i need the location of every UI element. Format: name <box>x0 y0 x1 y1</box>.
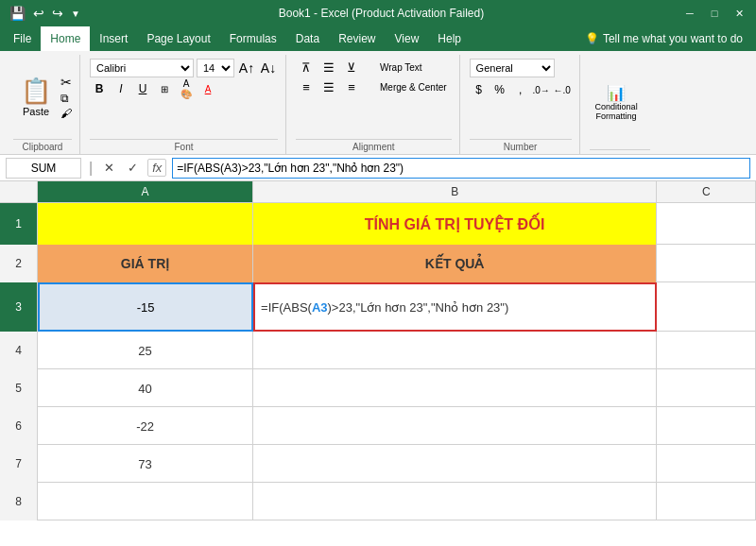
row-num-4[interactable]: 4 <box>0 332 38 369</box>
row-num-1[interactable]: 1 <box>0 203 38 245</box>
row-num-5[interactable]: 5 <box>0 369 38 407</box>
col-header-b[interactable]: B <box>253 181 657 202</box>
cell-c4[interactable] <box>657 332 756 369</box>
underline-button[interactable]: U <box>133 79 152 98</box>
row-num-3[interactable]: 3 <box>0 282 38 332</box>
cell-b2[interactable]: KẾT QUẢ <box>253 245 657 282</box>
row-num-2[interactable]: 2 <box>0 245 38 282</box>
align-left-button[interactable]: ≡ <box>296 78 317 95</box>
cell-a5[interactable]: 40 <box>38 369 253 407</box>
align-center-button[interactable]: ☰ <box>318 78 339 95</box>
cell-c1[interactable] <box>657 203 756 245</box>
confirm-formula-icon[interactable]: ✓ <box>124 159 142 177</box>
menu-help[interactable]: Help <box>428 26 471 51</box>
col-a-header-text: GIÁ TRỊ <box>121 256 169 271</box>
wrap-text-button[interactable]: Wrap Text <box>375 59 427 76</box>
row-num-7[interactable]: 7 <box>0 445 38 483</box>
maximize-button[interactable]: □ <box>705 4 724 23</box>
font-size-select[interactable]: 14 <box>197 59 234 77</box>
increase-font-button[interactable]: A↑ <box>237 59 256 77</box>
menu-file[interactable]: File <box>4 26 41 51</box>
cell-a8[interactable] <box>38 483 253 520</box>
conditional-formatting-button[interactable]: 📊 ConditionalFormatting <box>590 81 644 124</box>
menu-formulas[interactable]: Formulas <box>220 26 286 51</box>
copy-button[interactable]: ⧉ <box>60 92 72 105</box>
dropdown-icon[interactable]: ▼ <box>69 7 82 21</box>
align-right-button[interactable]: ≡ <box>341 78 362 95</box>
undo-icon[interactable]: ↩ <box>31 4 46 23</box>
cell-b7[interactable] <box>253 445 657 483</box>
paste-button[interactable]: 📋 Paste <box>13 75 59 119</box>
formula-bar: | ✕ ✓ fx <box>0 155 756 181</box>
align-top-button[interactable]: ⊼ <box>296 59 317 76</box>
font-controls: Calibri 14 A↑ A↓ B I U ⊞ A🎨 A <box>90 55 278 102</box>
col-header-a[interactable]: A <box>38 181 253 202</box>
cell-b5[interactable] <box>253 369 657 407</box>
formula-input[interactable] <box>172 158 750 179</box>
decrease-font-button[interactable]: A↓ <box>259 59 278 77</box>
menu-review[interactable]: Review <box>329 26 385 51</box>
col-header-c[interactable]: C <box>657 181 756 202</box>
table-row: 8 <box>0 483 756 520</box>
number-format-select[interactable]: General <box>470 59 555 77</box>
currency-button[interactable]: $ <box>470 80 489 99</box>
cell-c2[interactable] <box>657 245 756 282</box>
sheet-body: 1 TÍNH GIÁ TRỊ TUYỆT ĐỐI 2 GIÁ TRỊ KẾT Q… <box>0 203 756 520</box>
comma-button[interactable]: , <box>511 80 530 99</box>
menu-home[interactable]: Home <box>41 26 90 51</box>
cell-c6[interactable] <box>657 407 756 445</box>
close-button[interactable]: ✕ <box>730 4 748 23</box>
font-label: Font <box>90 139 278 154</box>
percent-button[interactable]: % <box>490 80 509 99</box>
ribbon-content: 📋 Paste ✂ ⧉ 🖌 Clipboard Calibri <box>0 51 756 154</box>
menu-data[interactable]: Data <box>286 26 329 51</box>
cell-a7[interactable]: 73 <box>38 445 253 483</box>
increase-decimal-button[interactable]: .0→ <box>532 80 551 99</box>
styles-label <box>590 149 650 154</box>
table-row: 4 25 <box>0 332 756 369</box>
formula-divider: | <box>87 160 94 177</box>
cell-b1-merged[interactable]: TÍNH GIÁ TRỊ TUYỆT ĐỐI <box>253 203 657 245</box>
minimize-button[interactable]: ─ <box>680 4 699 23</box>
bold-button[interactable]: B <box>90 79 109 98</box>
cell-a3[interactable]: -15 <box>38 282 253 332</box>
cell-b3[interactable]: =IF(ABS(A3)>23,"Lớn hơn 23","Nhỏ hơn 23"… <box>253 282 657 332</box>
cell-c7[interactable] <box>657 445 756 483</box>
cancel-formula-icon[interactable]: ✕ <box>100 159 118 177</box>
cell-c5[interactable] <box>657 369 756 407</box>
title-bar-left: 💾 ↩ ↪ ▼ <box>8 4 82 23</box>
save-icon[interactable]: 💾 <box>8 4 27 23</box>
cell-b4[interactable] <box>253 332 657 369</box>
format-painter-button[interactable]: 🖌 <box>60 107 72 120</box>
cell-b8[interactable] <box>253 483 657 520</box>
align-middle-button[interactable]: ☰ <box>318 59 339 76</box>
cell-a4[interactable]: 25 <box>38 332 253 369</box>
font-name-row: Calibri 14 A↑ A↓ <box>90 59 278 77</box>
cell-a6[interactable]: -22 <box>38 407 253 445</box>
menu-insert[interactable]: Insert <box>90 26 137 51</box>
cut-button[interactable]: ✂ <box>60 75 72 90</box>
paste-icon: 📋 <box>21 77 51 106</box>
decrease-decimal-button[interactable]: ←.0 <box>553 80 572 99</box>
align-bottom-button[interactable]: ⊻ <box>341 59 362 76</box>
italic-button[interactable]: I <box>112 79 130 98</box>
redo-icon[interactable]: ↪ <box>50 4 65 23</box>
cell-a1[interactable] <box>38 203 253 245</box>
font-color-button[interactable]: A <box>198 79 217 98</box>
fx-icon[interactable]: fx <box>147 159 166 177</box>
cell-b6[interactable] <box>253 407 657 445</box>
row-num-6[interactable]: 6 <box>0 407 38 445</box>
menu-page-layout[interactable]: Page Layout <box>137 26 219 51</box>
menu-view[interactable]: View <box>386 26 429 51</box>
row-num-8[interactable]: 8 <box>0 483 38 520</box>
merge-center-button[interactable]: Merge & Center <box>375 78 452 95</box>
name-box[interactable] <box>6 158 81 179</box>
cell-c8[interactable] <box>657 483 756 520</box>
cell-c3[interactable] <box>657 282 756 332</box>
fill-color-button[interactable]: A🎨 <box>177 79 196 98</box>
menu-tell-me[interactable]: 💡 Tell me what you want to do <box>576 26 752 51</box>
border-button[interactable]: ⊞ <box>155 79 174 98</box>
font-format-row: B I U ⊞ A🎨 A <box>90 79 278 98</box>
cell-a2[interactable]: GIÁ TRỊ <box>38 245 253 282</box>
font-name-select[interactable]: Calibri <box>90 59 194 77</box>
